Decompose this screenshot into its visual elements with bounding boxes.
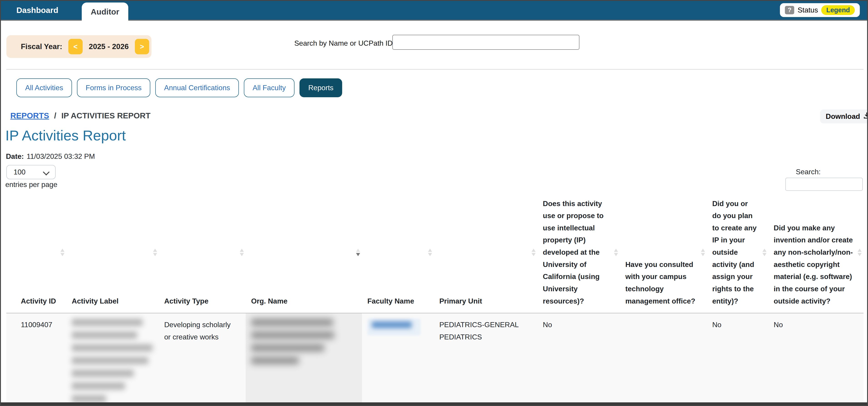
redacted-text xyxy=(72,344,153,351)
window-bottom-edge xyxy=(1,402,867,405)
sort-icon[interactable] xyxy=(614,249,618,256)
column-header-activity-id[interactable]: Activity ID xyxy=(6,192,66,313)
tab-all-activities[interactable]: All Activities xyxy=(17,78,72,97)
cell-invention-or-copyright: No xyxy=(768,313,863,406)
column-header-activity-type[interactable]: Activity Type xyxy=(159,192,246,313)
column-header-consulted-tech-office[interactable]: Have you consulted with your campus tech… xyxy=(620,192,707,313)
sort-icon[interactable] xyxy=(531,249,536,256)
column-label: Faculty Name xyxy=(367,297,414,305)
column-header-primary-unit[interactable]: Primary Unit xyxy=(434,192,537,313)
legend-badge[interactable]: Legend xyxy=(821,5,855,15)
chevron-down-icon xyxy=(43,169,50,176)
section-divider xyxy=(6,69,863,69)
column-label: Did you make any invention and/or create… xyxy=(774,224,853,305)
redacted-text xyxy=(251,319,333,326)
column-label: Org. Name xyxy=(251,297,287,305)
column-header-create-ip-outside[interactable]: Did you or do you plan to create any IP … xyxy=(707,192,768,313)
global-search-input[interactable] xyxy=(392,35,580,50)
redacted-text xyxy=(251,331,334,339)
sort-icon[interactable] xyxy=(763,249,767,256)
download-button-label: Download xyxy=(826,112,860,121)
cell-activity-type: Developing scholarly or creative works xyxy=(159,313,246,406)
fiscal-year-prev-button[interactable]: < xyxy=(68,39,83,54)
table-search-label: Search: xyxy=(796,168,820,176)
cell-create-ip-outside: No xyxy=(707,313,768,406)
column-header-faculty-name[interactable]: Faculty Name xyxy=(362,192,434,313)
tab-forms-in-process[interactable]: Forms in Process xyxy=(77,78,151,97)
entries-per-page-select[interactable]: 100 xyxy=(6,165,56,179)
download-button[interactable]: Download xyxy=(820,110,868,123)
sort-icon[interactable] xyxy=(153,249,157,256)
redacted-text xyxy=(72,331,137,339)
cell-activity-label-redacted xyxy=(66,313,159,406)
redacted-text xyxy=(251,357,299,364)
tab-all-faculty[interactable]: All Faculty xyxy=(244,78,294,97)
breadcrumb-separator: / xyxy=(54,111,56,120)
cell-consulted-tech-office xyxy=(620,313,707,406)
help-question-icon: ? xyxy=(785,6,794,14)
auditor-window: Dashboard Auditor ? Status Legend Fiscal… xyxy=(0,0,868,406)
nav-item-dashboard[interactable]: Dashboard xyxy=(17,1,58,20)
nav-tab-auditor[interactable]: Auditor xyxy=(82,2,128,25)
status-legend-pill[interactable]: ? Status Legend xyxy=(780,3,860,17)
entries-per-page-value: 100 xyxy=(13,168,26,176)
breadcrumb-reports-link[interactable]: REPORTS xyxy=(10,111,49,120)
table-search-input[interactable] xyxy=(785,178,863,191)
tab-reports[interactable]: Reports xyxy=(300,78,342,97)
column-label: Activity Type xyxy=(164,297,209,305)
fiscal-year-next-button[interactable]: > xyxy=(135,39,149,54)
breadcrumb: REPORTS / IP ACTIVITIES REPORT xyxy=(10,111,151,120)
column-header-activity-label[interactable]: Activity Label xyxy=(66,192,159,313)
redacted-text xyxy=(72,357,148,364)
cell-ip-developed-at-uc: No xyxy=(537,313,620,406)
column-header-ip-developed-at-uc[interactable]: Does this activity use or propose to use… xyxy=(537,192,620,313)
top-navbar: Dashboard Auditor ? Status Legend xyxy=(1,1,867,21)
column-label: Primary Unit xyxy=(439,297,482,305)
column-header-invention-or-copyright[interactable]: Did you make any invention and/or create… xyxy=(768,192,863,313)
fiscal-year-label: Fiscal Year: xyxy=(21,42,62,51)
fiscal-year-value: 2025 - 2026 xyxy=(89,42,129,51)
sort-icon-descending[interactable] xyxy=(356,249,360,256)
table-header-row: Activity ID Activity Label Activity Type… xyxy=(6,192,863,313)
download-icon xyxy=(863,112,868,121)
sort-icon[interactable] xyxy=(858,249,862,256)
sort-icon[interactable] xyxy=(240,249,244,256)
column-label: Have you consulted with your campus tech… xyxy=(625,260,695,305)
column-label: Did you or do you plan to create any IP … xyxy=(712,200,757,305)
entries-per-page-label: entries per page xyxy=(5,180,57,189)
sort-icon[interactable] xyxy=(701,249,705,256)
column-label: Activity ID xyxy=(21,297,56,305)
cell-faculty-name-redacted[interactable] xyxy=(362,313,434,406)
redacted-text xyxy=(72,319,143,326)
redacted-text xyxy=(251,344,324,351)
report-date: Date:11/03/2025 03:32 PM xyxy=(6,152,95,161)
section-tab-bar: All Activities Forms in Process Annual C… xyxy=(17,78,342,97)
column-label: Activity Label xyxy=(72,297,119,305)
fiscal-year-bar: Fiscal Year: < 2025 - 2026 > xyxy=(6,35,151,58)
table-row: 11009407 Developing scholarly or creativ… xyxy=(6,313,863,406)
sort-icon[interactable] xyxy=(60,249,64,256)
report-date-label: Date: xyxy=(6,152,24,161)
tab-annual-certifications[interactable]: Annual Certifications xyxy=(155,78,239,97)
breadcrumb-current: IP ACTIVITIES REPORT xyxy=(61,111,151,120)
redacted-text xyxy=(372,321,412,328)
redacted-faculty-link[interactable] xyxy=(367,319,421,335)
redacted-text xyxy=(72,395,106,402)
cell-primary-unit: PEDIATRICS-GENERAL PEDIATRICS xyxy=(434,313,537,406)
column-header-org-name[interactable]: Org. Name xyxy=(246,192,362,313)
page-title: IP Activities Report xyxy=(5,127,126,144)
cell-activity-id: 11009407 xyxy=(6,313,66,406)
redacted-text xyxy=(72,370,134,377)
ip-activities-table: Activity ID Activity Label Activity Type… xyxy=(6,192,863,406)
report-date-value: 11/03/2025 03:32 PM xyxy=(27,152,95,161)
redacted-text xyxy=(72,382,125,389)
column-label: Does this activity use or propose to use… xyxy=(543,200,604,305)
status-label: Status xyxy=(798,6,818,14)
cell-org-name-redacted xyxy=(246,313,362,406)
sort-icon[interactable] xyxy=(428,249,432,256)
global-search-label: Search by Name or UCPath ID: xyxy=(294,39,395,48)
